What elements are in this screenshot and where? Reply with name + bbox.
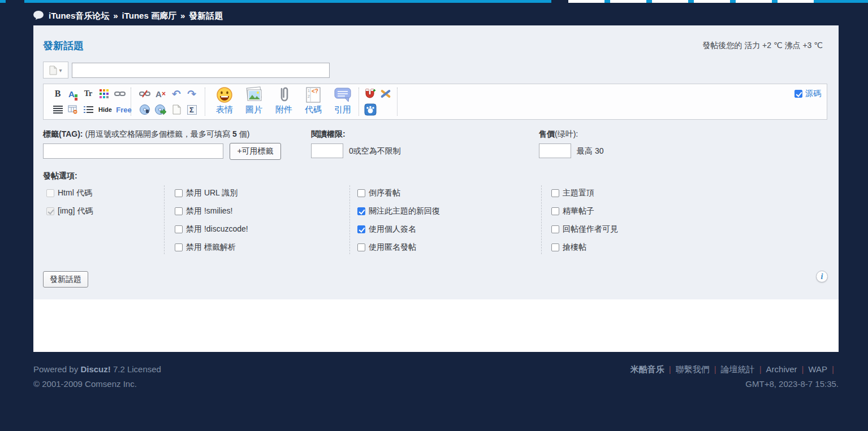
- checkbox[interactable]: [357, 225, 365, 233]
- source-code-checkbox[interactable]: [794, 90, 802, 98]
- breadcrumb-current: 發新話題: [189, 11, 223, 20]
- footer-link-mikumusic[interactable]: 米酷音乐: [631, 364, 664, 374]
- option-anonymous-post[interactable]: 使用匿名發帖: [357, 242, 416, 252]
- tag-input[interactable]: [43, 143, 223, 159]
- post-options-label: 發帖選項:: [43, 171, 77, 181]
- option-digest-topic[interactable]: 精華帖子: [551, 206, 594, 216]
- read-permission-input[interactable]: [311, 143, 343, 158]
- list-button[interactable]: [81, 103, 96, 116]
- checkbox[interactable]: [175, 225, 183, 233]
- new-page-button[interactable]: [169, 103, 184, 116]
- footer-separator: |: [710, 364, 721, 374]
- remove-link-button[interactable]: [137, 87, 152, 101]
- submit-new-topic-button[interactable]: 發新話題: [43, 271, 88, 288]
- breadcrumb-bar: iTunes音乐论坛»iTunes 画廊厅»發新話題: [0, 3, 868, 25]
- magnet-add-button[interactable]: [363, 87, 378, 101]
- checkbox[interactable]: [175, 207, 183, 215]
- color-palette-button[interactable]: [97, 87, 111, 101]
- available-tags-button[interactable]: +可用標籤: [230, 143, 281, 160]
- page: iTunes音乐论坛»iTunes 画廊厅»發新話題 發新話題 發帖後您的 活力…: [0, 0, 868, 431]
- smilies-button[interactable]: 表情: [210, 86, 239, 118]
- checkbox[interactable]: [175, 243, 183, 251]
- hide-code-button[interactable]: Hide: [96, 103, 115, 116]
- footer-link-contact[interactable]: 聯繫我們: [676, 364, 710, 374]
- page-icon: [49, 66, 57, 75]
- paragraph-align-button[interactable]: [50, 103, 65, 116]
- paperclip-icon: [277, 86, 291, 103]
- free-code-button[interactable]: Free: [115, 103, 133, 116]
- source-code-toggle[interactable]: 源碼: [794, 89, 821, 99]
- option-subscribe-replies[interactable]: 關注此主題的新回復: [357, 206, 440, 216]
- option-use-signature[interactable]: 使用個人簽名: [357, 224, 416, 234]
- footer-link-archiver[interactable]: Archiver: [766, 364, 797, 374]
- insert-flash-button[interactable]: [153, 103, 168, 116]
- breadcrumb-link-subforum[interactable]: iTunes 画廊厅: [122, 11, 176, 20]
- undo-button[interactable]: ↶: [169, 87, 184, 101]
- option-disable-smilies[interactable]: 禁用 !smilies!: [175, 206, 232, 216]
- checkbox[interactable]: [357, 207, 365, 215]
- powered-by-line: Powered by Discuz! 7.2 Licensed: [33, 362, 161, 377]
- checkbox[interactable]: [551, 225, 559, 233]
- remove-format-button[interactable]: A×: [153, 87, 168, 101]
- option-disable-tag-parse[interactable]: 禁用 標籤解析: [175, 242, 236, 252]
- page-title: 發新話題: [43, 39, 84, 53]
- source-code-label: 源碼: [805, 89, 821, 99]
- blank-page-icon: [172, 105, 181, 115]
- redo-button[interactable]: ↷: [184, 87, 199, 101]
- smiley-icon: [216, 86, 233, 103]
- option-disable-discuzcode[interactable]: 禁用 !discuzcode!: [175, 224, 248, 234]
- toolbar-separator: [205, 88, 205, 116]
- quote-bubble-icon: [334, 86, 352, 103]
- breadcrumb-link-forum[interactable]: iTunes音乐论坛: [49, 11, 109, 20]
- checkbox[interactable]: [551, 189, 559, 197]
- subject-input[interactable]: [72, 63, 330, 78]
- crossed-pencils-icon: [379, 88, 392, 99]
- footer-link-wap[interactable]: WAP: [808, 364, 827, 374]
- checkbox[interactable]: [46, 189, 54, 197]
- bold-button[interactable]: B: [50, 87, 65, 101]
- cd-export-icon: [155, 104, 166, 115]
- breadcrumb: iTunes音乐论坛»iTunes 画廊厅»發新話題: [49, 11, 223, 21]
- edit-tools-button[interactable]: [378, 87, 393, 101]
- attachment-button[interactable]: 附件: [270, 86, 298, 118]
- insert-link-button[interactable]: [113, 87, 127, 101]
- option-html-code[interactable]: Html 代碼: [46, 188, 92, 198]
- checkbox[interactable]: [551, 243, 559, 251]
- options-divider: [164, 185, 165, 254]
- price-label: 售價(绿叶):: [539, 129, 578, 140]
- footer-link-row: 米酷音乐|聯繫我們|論壇統計|Archiver|WAP|: [631, 362, 839, 377]
- insert-image-button[interactable]: 圖片: [240, 86, 268, 118]
- insert-quote-button[interactable]: 引用: [329, 86, 357, 118]
- option-sticky-topic[interactable]: 主題置頂: [551, 188, 594, 198]
- checkbox[interactable]: [175, 189, 183, 197]
- read-permission-label: 閱讀權限:: [311, 129, 346, 140]
- topic-icon-selector[interactable]: ▾: [43, 62, 68, 79]
- list-icon: [84, 106, 93, 114]
- footer-separator: |: [797, 364, 809, 374]
- footer-link-stats[interactable]: 論壇統計: [721, 364, 755, 374]
- breadcrumb-separator: »: [176, 11, 189, 20]
- insert-table-button[interactable]: [66, 103, 80, 116]
- checkbox[interactable]: [357, 189, 365, 197]
- palette-icon: [100, 89, 109, 98]
- formula-button[interactable]: Σ: [184, 103, 199, 116]
- checkbox[interactable]: [357, 243, 365, 251]
- option-reply-author-only[interactable]: 回帖僅作者可見: [551, 224, 618, 234]
- footer-separator: |: [664, 364, 676, 374]
- option-reverse-read[interactable]: 倒序看帖: [357, 188, 400, 198]
- insert-media-button[interactable]: [137, 103, 152, 116]
- paw-app-button[interactable]: [363, 103, 378, 116]
- copyright-line: © 2001-2009 Comsenz Inc.: [33, 377, 161, 391]
- option-disable-url[interactable]: 禁用 URL 識別: [175, 188, 237, 198]
- editor-toolbar: B A Tr A× ↶ ↷: [43, 84, 827, 120]
- insert-code-button[interactable]: 12<? 代碼: [299, 86, 327, 118]
- image-icon: [245, 86, 263, 103]
- checkbox[interactable]: [46, 207, 54, 215]
- font-color-button[interactable]: A: [66, 87, 80, 101]
- font-size-button[interactable]: Tr: [81, 87, 96, 101]
- info-icon[interactable]: i: [816, 271, 828, 282]
- option-floor-grab[interactable]: 搶樓帖: [551, 242, 586, 252]
- checkbox[interactable]: [551, 207, 559, 215]
- price-input[interactable]: [539, 143, 571, 158]
- option-img-code[interactable]: [img] 代碼: [46, 206, 93, 216]
